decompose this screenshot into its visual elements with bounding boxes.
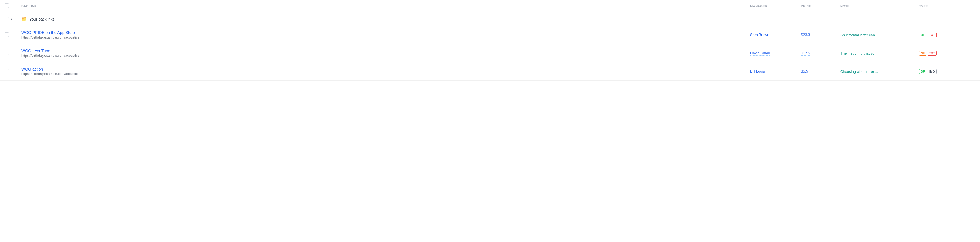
- table-row: WOG actionhttps://birthday.example.com/a…: [0, 62, 980, 81]
- row-1-note-cell: The first thing that yo...: [840, 51, 919, 55]
- row-0-price: $23.3: [801, 33, 810, 37]
- row-0-note[interactable]: An informal letter can...: [840, 33, 878, 37]
- row-0-backlink-title[interactable]: WOG PRIDE on the App Store: [21, 30, 750, 35]
- row-2-price: $5.5: [801, 69, 808, 74]
- row-0-badge-df: DF: [919, 33, 926, 37]
- row-1-checkbox-cell: [5, 51, 21, 56]
- row-0-checkbox[interactable]: [5, 32, 9, 37]
- row-1-manager-cell: David Small: [750, 51, 801, 55]
- row-2-badge-img: IMG: [928, 69, 937, 74]
- chevron-down-icon[interactable]: ▾: [11, 17, 13, 21]
- row-2-checkbox[interactable]: [5, 69, 9, 73]
- row-2-note[interactable]: Choosing whether or ...: [840, 70, 878, 74]
- col-header-manager: MANAGER: [750, 5, 801, 8]
- row-1-badge-nf: NF: [919, 51, 926, 55]
- row-0-price-cell: $23.3: [801, 32, 840, 37]
- col-header-price: PRICE: [801, 5, 840, 8]
- row-2-price-cell: $5.5: [801, 69, 840, 74]
- col-header-backink: BACKINK: [21, 5, 750, 8]
- row-1-backlink-cell: WOG - YouTubehttps://birthday.example.co…: [21, 49, 750, 58]
- row-1-backlink-url: https://birthday.example.com/acoustics: [21, 54, 750, 58]
- row-2-badge-df: DF: [919, 69, 926, 74]
- table-row: WOG - YouTubehttps://birthday.example.co…: [0, 44, 980, 62]
- col-header-type: TYPE: [919, 5, 975, 8]
- col-header-note: NOTE: [840, 5, 919, 8]
- folder-icon: 📁: [21, 16, 27, 22]
- row-1-price: $17.5: [801, 51, 810, 55]
- select-all-checkbox[interactable]: [5, 3, 9, 8]
- row-1-price-cell: $17.5: [801, 51, 840, 55]
- row-2-checkbox-cell: [5, 69, 21, 74]
- data-rows-container: WOG PRIDE on the App Storehttps://birthd…: [0, 26, 980, 81]
- table-row: WOG PRIDE on the App Storehttps://birthd…: [0, 26, 980, 44]
- backlinks-table: BACKINK MANAGER PRICE NOTE TYPE ▾ 📁 Your…: [0, 0, 980, 242]
- folder-row-inner: 📁 Your backlinks: [21, 16, 975, 22]
- row-0-backlink-url: https://birthday.example.com/acoustics: [21, 35, 750, 40]
- row-2-manager-cell: Bill Louis: [750, 69, 801, 74]
- row-1-backlink-title[interactable]: WOG - YouTube: [21, 49, 750, 53]
- row-0-manager-name[interactable]: Sam Brown: [750, 33, 769, 37]
- row-0-badge-txt: TXT: [928, 33, 937, 37]
- row-0-type-badges: DFTXT: [919, 33, 975, 37]
- row-0-manager-cell: Sam Brown: [750, 32, 801, 37]
- row-1-checkbox[interactable]: [5, 51, 9, 55]
- row-1-type-badges: NFTXT: [919, 51, 975, 55]
- row-1-note[interactable]: The first thing that yo...: [840, 51, 878, 55]
- row-2-backlink-title[interactable]: WOG action: [21, 67, 750, 71]
- row-2-backlink-cell: WOG actionhttps://birthday.example.com/a…: [21, 67, 750, 76]
- row-1-manager-name[interactable]: David Small: [750, 51, 770, 55]
- header-checkbox-cell: [5, 3, 21, 9]
- folder-check-area: ▾: [5, 17, 21, 21]
- row-2-backlink-url: https://birthday.example.com/acoustics: [21, 72, 750, 76]
- row-2-type-badges: DFIMG: [919, 69, 975, 74]
- row-0-backlink-cell: WOG PRIDE on the App Storehttps://birthd…: [21, 30, 750, 40]
- folder-row: ▾ 📁 Your backlinks: [0, 13, 980, 26]
- row-2-note-cell: Choosing whether or ...: [840, 69, 919, 74]
- folder-checkbox[interactable]: [5, 17, 9, 21]
- row-2-manager-name[interactable]: Bill Louis: [750, 69, 765, 74]
- row-1-badge-txt: TXT: [928, 51, 937, 55]
- row-0-note-cell: An informal letter can...: [840, 33, 919, 37]
- folder-label: Your backlinks: [29, 17, 55, 21]
- row-0-checkbox-cell: [5, 32, 21, 38]
- table-header-row: BACKINK MANAGER PRICE NOTE TYPE: [0, 0, 980, 13]
